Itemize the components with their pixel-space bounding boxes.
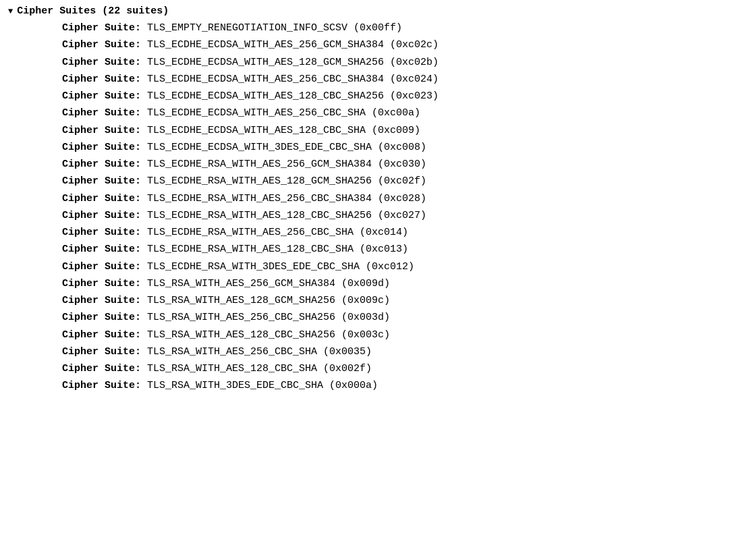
suite-label: Cipher Suite: <box>62 142 147 153</box>
suite-value: TLS_ECDHE_RSA_WITH_AES_256_GCM_SHA384 (0… <box>147 159 426 170</box>
suite-list: Cipher Suite: TLS_EMPTY_RENEGOTIATION_IN… <box>8 20 730 395</box>
list-item: Cipher Suite: TLS_RSA_WITH_AES_256_CBC_S… <box>8 343 730 360</box>
suite-value: TLS_ECDHE_ECDSA_WITH_AES_256_CBC_SHA384 … <box>147 74 439 85</box>
suite-value: TLS_ECDHE_ECDSA_WITH_AES_256_GCM_SHA384 … <box>147 39 439 51</box>
suite-label: Cipher Suite: <box>62 278 147 289</box>
list-item: Cipher Suite: TLS_ECDHE_RSA_WITH_AES_128… <box>8 173 730 190</box>
list-item: Cipher Suite: TLS_ECDHE_RSA_WITH_AES_128… <box>8 207 730 224</box>
suite-label: Cipher Suite: <box>62 210 147 221</box>
suite-label: Cipher Suite: <box>62 363 147 374</box>
list-item: Cipher Suite: TLS_RSA_WITH_AES_256_GCM_S… <box>8 275 730 292</box>
collapse-triangle-icon[interactable]: ▼ <box>8 7 13 16</box>
suite-label: Cipher Suite: <box>62 244 147 255</box>
suite-value: TLS_RSA_WITH_3DES_EDE_CBC_SHA (0x000a) <box>147 380 378 391</box>
suite-value: TLS_ECDHE_RSA_WITH_AES_256_CBC_SHA384 (0… <box>147 193 426 204</box>
list-item: Cipher Suite: TLS_ECDHE_ECDSA_WITH_AES_2… <box>8 105 730 121</box>
list-item: Cipher Suite: TLS_ECDHE_ECDSA_WITH_AES_2… <box>8 36 730 53</box>
list-item: Cipher Suite: TLS_RSA_WITH_AES_128_CBC_S… <box>8 360 730 377</box>
suite-label: Cipher Suite: <box>62 159 147 170</box>
suite-value: TLS_RSA_WITH_AES_256_CBC_SHA (0x0035) <box>147 346 372 358</box>
suite-value: TLS_ECDHE_RSA_WITH_AES_128_GCM_SHA256 (0… <box>147 175 426 187</box>
suite-label: Cipher Suite: <box>62 39 147 51</box>
suite-value: TLS_EMPTY_RENEGOTIATION_INFO_SCSV (0x00f… <box>147 22 402 34</box>
suite-label: Cipher Suite: <box>62 57 147 68</box>
suite-value: TLS_ECDHE_RSA_WITH_AES_128_CBC_SHA (0xc0… <box>147 244 408 255</box>
list-item: Cipher Suite: TLS_ECDHE_ECDSA_WITH_AES_1… <box>8 88 730 105</box>
list-item: Cipher Suite: TLS_ECDHE_RSA_WITH_AES_128… <box>8 241 730 258</box>
suite-value: TLS_ECDHE_RSA_WITH_AES_128_CBC_SHA256 (0… <box>147 210 426 221</box>
list-item: Cipher Suite: TLS_ECDHE_ECDSA_WITH_AES_1… <box>8 54 730 71</box>
suite-value: TLS_RSA_WITH_AES_128_CBC_SHA256 (0x003c) <box>147 329 390 341</box>
suite-label: Cipher Suite: <box>62 22 147 34</box>
suite-label: Cipher Suite: <box>62 380 147 391</box>
suite-label: Cipher Suite: <box>62 227 147 238</box>
suite-label: Cipher Suite: <box>62 329 147 341</box>
suite-label: Cipher Suite: <box>62 346 147 358</box>
list-item: Cipher Suite: TLS_ECDHE_ECDSA_WITH_AES_1… <box>8 122 730 139</box>
suite-value: TLS_RSA_WITH_AES_128_GCM_SHA256 (0x009c) <box>147 295 390 306</box>
list-item: Cipher Suite: TLS_RSA_WITH_AES_128_GCM_S… <box>8 292 730 309</box>
suite-label: Cipher Suite: <box>62 261 147 273</box>
suite-label: Cipher Suite: <box>62 74 147 85</box>
cipher-suites-title: Cipher Suites (22 suites) <box>17 5 169 17</box>
suite-label: Cipher Suite: <box>62 125 147 136</box>
suite-label: Cipher Suite: <box>62 193 147 204</box>
suite-value: TLS_ECDHE_ECDSA_WITH_3DES_EDE_CBC_SHA (0… <box>147 142 426 153</box>
list-item: Cipher Suite: TLS_RSA_WITH_AES_128_CBC_S… <box>8 327 730 343</box>
suite-value: TLS_RSA_WITH_AES_256_GCM_SHA384 (0x009d) <box>147 278 390 289</box>
list-item: Cipher Suite: TLS_ECDHE_RSA_WITH_AES_256… <box>8 224 730 241</box>
suite-value: TLS_ECDHE_ECDSA_WITH_AES_128_CBC_SHA256 … <box>147 90 439 102</box>
suite-value: TLS_RSA_WITH_AES_128_CBC_SHA (0x002f) <box>147 363 372 374</box>
list-item: Cipher Suite: TLS_EMPTY_RENEGOTIATION_IN… <box>8 20 730 36</box>
list-item: Cipher Suite: TLS_ECDHE_ECDSA_WITH_AES_2… <box>8 71 730 88</box>
suite-label: Cipher Suite: <box>62 175 147 187</box>
list-item: Cipher Suite: TLS_ECDHE_RSA_WITH_AES_256… <box>8 190 730 207</box>
list-item: Cipher Suite: TLS_ECDHE_RSA_WITH_AES_256… <box>8 156 730 173</box>
suite-value: TLS_ECDHE_ECDSA_WITH_AES_256_CBC_SHA (0x… <box>147 107 420 119</box>
list-item: Cipher Suite: TLS_ECDHE_RSA_WITH_3DES_ED… <box>8 258 730 275</box>
suite-value: TLS_ECDHE_RSA_WITH_3DES_EDE_CBC_SHA (0xc… <box>147 261 414 273</box>
suite-value: TLS_RSA_WITH_AES_256_CBC_SHA256 (0x003d) <box>147 312 390 323</box>
list-item: Cipher Suite: TLS_ECDHE_ECDSA_WITH_3DES_… <box>8 139 730 156</box>
suite-label: Cipher Suite: <box>62 295 147 306</box>
suite-value: TLS_ECDHE_ECDSA_WITH_AES_128_CBC_SHA (0x… <box>147 125 420 136</box>
cipher-suites-container: ▼ Cipher Suites (22 suites) Cipher Suite… <box>8 5 730 560</box>
suite-label: Cipher Suite: <box>62 107 147 119</box>
suite-label: Cipher Suite: <box>62 90 147 102</box>
suite-value: TLS_ECDHE_RSA_WITH_AES_256_CBC_SHA (0xc0… <box>147 227 408 238</box>
suite-value: TLS_ECDHE_ECDSA_WITH_AES_128_GCM_SHA256 … <box>147 57 439 68</box>
list-item: Cipher Suite: TLS_RSA_WITH_3DES_EDE_CBC_… <box>8 377 730 394</box>
suite-label: Cipher Suite: <box>62 312 147 323</box>
cipher-suites-header[interactable]: ▼ Cipher Suites (22 suites) <box>8 5 730 17</box>
list-item: Cipher Suite: TLS_RSA_WITH_AES_256_CBC_S… <box>8 309 730 326</box>
